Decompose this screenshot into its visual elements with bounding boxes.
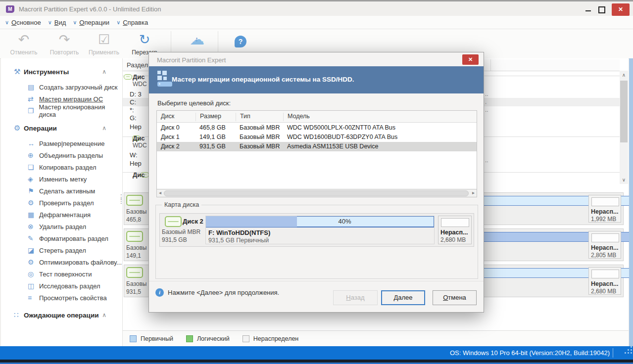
info-icon: i	[155, 288, 164, 297]
sidebar-item-label: Просмотреть свойства	[39, 294, 107, 302]
table-row-fragment: ..	[485, 91, 488, 97]
table-cell: Диск 0	[157, 124, 180, 131]
sidebar-item[interactable]: ⚙Оптимизировать файлову...	[1, 256, 122, 268]
cancel-button[interactable]: Отмена	[433, 290, 477, 305]
delete-icon: ⊗	[28, 223, 39, 230]
defrag-icon: ▦	[28, 211, 39, 219]
table-row-fragment: ..	[485, 106, 488, 113]
scroll-left-icon[interactable]: ◂	[159, 190, 161, 195]
resize-icon: ↔	[28, 139, 39, 147]
table-row-fragment[interactable]: WDC	[133, 142, 147, 149]
toolbar-button-cloud-upload[interactable]: ☁↑	[176, 31, 218, 48]
table-row-fragment[interactable]: Нер	[130, 160, 142, 167]
vertical-scrollbar[interactable]: ∧ ∨	[620, 71, 628, 184]
sidebar-item[interactable]: ▦Дефрагментация	[1, 209, 122, 221]
disk-table-row-2[interactable]: Диск 2931,5 GBБазовый MBRAsmedia ASM1153…	[157, 142, 477, 151]
legend-swatch	[243, 335, 249, 342]
unallocated-label: Нерасп...	[591, 244, 619, 251]
partition-column-header: Раздел	[127, 61, 148, 69]
unallocated-bar	[591, 197, 619, 206]
table-row-fragment[interactable]: Дис	[133, 73, 145, 81]
back-button[interactable]: Назад	[333, 290, 378, 305]
legend-item: Первичный	[130, 335, 173, 342]
scroll-right-icon[interactable]: ▸	[472, 190, 475, 195]
sidebar-item-label: Дефрагментация	[39, 211, 91, 219]
sidebar-item[interactable]: ▤Создать загрузочный диск	[1, 81, 122, 93]
unallocated-block[interactable]: Нерасп...1,992 MB	[588, 195, 621, 223]
scrollbar-thumb[interactable]	[164, 190, 469, 196]
toolbar-button-Повторить[interactable]: ↷Повторить	[44, 31, 85, 56]
sidebar-item[interactable]: ◈Изменить метку	[1, 173, 122, 185]
menu-item-1[interactable]: ∨Вид	[48, 19, 66, 26]
label-tag-icon: ◈	[28, 175, 39, 183]
table-row-fragment[interactable]: W:	[130, 151, 138, 159]
next-button[interactable]: Далее	[381, 290, 425, 305]
table-row-fragment[interactable]: *:	[130, 106, 134, 114]
sidebar-item-label: Проверить раздел	[39, 199, 94, 207]
chevron-down-icon: ∨	[73, 19, 77, 26]
scroll-down-icon[interactable]: ∨	[620, 177, 628, 182]
chevron-down-icon: ∨	[48, 19, 52, 26]
scrollbar-thumb[interactable]	[620, 81, 628, 142]
unallocated-size: 2,680 MB	[440, 236, 466, 243]
disk-table-row-1[interactable]: Диск 1149,1 GBБазовый MBRWDC WD1600BUDT-…	[157, 133, 477, 142]
titlebar[interactable]: M Macrorit Partition Expert v6.0.0 - Unl…	[0, 1, 633, 16]
toolbar-button-Отменить[interactable]: ↶Отменить	[3, 31, 45, 56]
format-brush-icon: ✎	[28, 234, 39, 242]
dialog-close-button[interactable]: ✕	[462, 54, 479, 65]
unallocated-block[interactable]: Нерасп... 2,680 MB	[438, 216, 472, 244]
section-title: Операции	[24, 125, 57, 132]
table-row-fragment[interactable]: Дис	[133, 135, 145, 142]
table-row-fragment[interactable]: WDC	[133, 81, 147, 88]
table-row-fragment[interactable]: Нер	[130, 123, 142, 131]
sidebar-item[interactable]: ✎Форматировать раздел	[1, 232, 122, 244]
partition-block[interactable]: 40% F: WinToHDD(NTFS) 931,5 GB Первичный	[205, 216, 435, 244]
toolbar-button-help-bubble[interactable]: ?	[220, 31, 261, 48]
horizontal-scrollbar[interactable]: ◂ ▸	[156, 189, 477, 197]
disk-name: Диск 2	[183, 218, 203, 225]
maximize-button[interactable]	[598, 6, 605, 13]
resize-grip[interactable]	[625, 352, 626, 354]
sidebar-item[interactable]: ⊗Удалить раздел	[1, 221, 122, 232]
hint-text: Нажмите <Далее> для продолжения.	[168, 289, 279, 296]
sidebar-item[interactable]: ❐Мастер клонирования диска	[1, 105, 122, 117]
wrench-icon: ⚙	[28, 199, 39, 207]
column-header-1[interactable]: Размер	[195, 113, 236, 121]
sidebar-item[interactable]: ◎Тест поверхности	[1, 268, 122, 280]
disk-map-title: Карта диска	[162, 201, 201, 208]
column-header-0[interactable]: Диск	[157, 113, 195, 121]
table-row-fragment[interactable]: C:	[130, 98, 136, 106]
unallocated-block[interactable]: Нерасп...2,680 MB	[588, 267, 621, 295]
column-header-3[interactable]: Модель	[283, 113, 477, 121]
sidebar-item[interactable]: ◫Исследовать раздел	[1, 280, 122, 292]
table-row-fragment[interactable]: Дис	[133, 171, 145, 179]
sidebar-item[interactable]: ⚙Проверить раздел	[1, 197, 122, 209]
sidebar-item[interactable]: ↔Размер|перемещение	[1, 137, 122, 149]
explore-icon: ◫	[28, 282, 39, 290]
legend: ПервичныйЛогическийНераспределен	[123, 331, 629, 346]
menu-item-3[interactable]: ∨Справка	[116, 19, 148, 26]
app-logo-icon: M	[6, 5, 14, 13]
sidebar-item[interactable]: ❏Копировать раздел	[1, 161, 122, 173]
sidebar-item[interactable]: ◪Стереть раздел	[1, 244, 122, 256]
close-button[interactable]: ✕	[612, 3, 630, 16]
menu-item-0[interactable]: ∨Основное	[5, 19, 41, 26]
disk-table-row-0[interactable]: Диск 0465,8 GBБазовый MBRWDC WD5000LPLX-…	[157, 123, 477, 133]
table-cell: WDC WD5000LPLX-00ZNTT0 ATA Bus	[283, 124, 395, 131]
column-header-2[interactable]: Тип	[236, 113, 283, 121]
sidebar-item[interactable]: ⚑Сделать активным	[1, 185, 122, 197]
sidebar-section-2[interactable]: ∷Ожидающие операции∧	[1, 309, 122, 321]
sidebar-item[interactable]: ≡Просмотреть свойства	[1, 292, 122, 304]
table-row-fragment[interactable]: D: 3	[130, 91, 142, 98]
sidebar-section-0[interactable]: ⚒Инструменты∧	[1, 65, 122, 78]
table-row-fragment[interactable]: G:	[130, 114, 137, 122]
scroll-up-icon[interactable]: ∧	[620, 72, 628, 78]
toolbar-button-Применить[interactable]: ☑Применить	[83, 31, 125, 56]
sidebar-section-1[interactable]: ⚙Операции∧	[1, 122, 122, 135]
minimize-button[interactable]	[585, 10, 591, 11]
unallocated-block[interactable]: Нерасп...2,805 MB	[588, 231, 621, 259]
sidebar-item[interactable]: ⊕Объединить разделы	[1, 149, 122, 161]
unallocated-bar	[591, 270, 619, 278]
menu-item-2[interactable]: ∨Операции	[73, 19, 109, 26]
surface-test-icon: ◎	[28, 270, 39, 278]
